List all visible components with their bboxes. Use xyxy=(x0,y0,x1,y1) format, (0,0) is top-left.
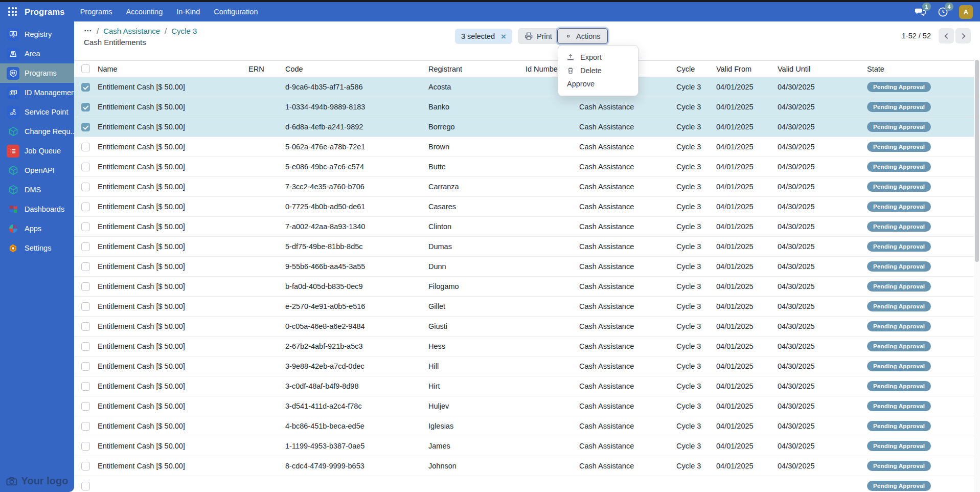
sidebar-item-job-queue[interactable]: Job Queue xyxy=(0,141,74,161)
cell-program: Cash Assistance xyxy=(575,237,672,257)
row-checkbox[interactable] xyxy=(81,382,90,391)
nav-menu-in-kind[interactable]: In-Kind xyxy=(176,8,200,16)
table-row[interactable]: Pending Approval xyxy=(74,476,974,492)
breadcrumb-ellipsis[interactable]: ⋯ xyxy=(84,26,92,35)
sidebar: RegistryAreaProgramsID ManagementService… xyxy=(0,21,74,492)
pager-next-button[interactable] xyxy=(955,28,971,43)
cell-ern xyxy=(244,257,281,277)
row-checkbox[interactable] xyxy=(81,262,90,271)
select-all-checkbox[interactable] xyxy=(81,64,90,73)
row-checkbox[interactable] xyxy=(81,183,90,191)
column-header-registrant[interactable]: Registrant xyxy=(424,61,521,77)
row-checkbox[interactable] xyxy=(81,143,90,151)
row-checkbox[interactable] xyxy=(81,422,90,431)
table-row[interactable]: Entitlement Cash [$ 50.00]5-e086-49bc-a7… xyxy=(74,157,974,177)
row-checkbox[interactable] xyxy=(81,402,90,411)
sidebar-item-openapi[interactable]: OpenAPI xyxy=(0,161,74,180)
nav-menu-configuration[interactable]: Configuration xyxy=(214,8,258,16)
column-header-cycle[interactable]: Cycle xyxy=(672,61,712,77)
user-avatar[interactable]: A xyxy=(959,5,973,19)
activities-icon[interactable]: 4 xyxy=(937,6,949,18)
table-row[interactable]: Entitlement Cash [$ 50.00]0-c05a-46e8-a6… xyxy=(74,317,974,337)
print-button[interactable]: Print xyxy=(518,28,559,44)
sidebar-item-settings[interactable]: Settings xyxy=(0,238,74,258)
row-checkbox[interactable] xyxy=(81,342,90,351)
row-checkbox[interactable] xyxy=(81,83,90,92)
menu-item-export[interactable]: Export xyxy=(558,51,638,64)
table-row[interactable]: Entitlement Cash [$ 50.00]3-9e88-42eb-a7… xyxy=(74,356,974,376)
state-badge: Pending Approval xyxy=(867,82,931,92)
row-checkbox[interactable] xyxy=(81,362,90,371)
breadcrumb-link-cash-assistance[interactable]: Cash Assistance xyxy=(103,27,160,35)
sidebar-item-dms[interactable]: DMS xyxy=(0,180,74,199)
sidebar-logo[interactable]: Your logo xyxy=(0,475,74,487)
row-checkbox[interactable] xyxy=(81,222,90,231)
column-header-state[interactable]: State xyxy=(863,61,974,77)
cell-code: b-fa0d-405d-b835-0ec9 xyxy=(281,277,424,297)
messages-icon[interactable]: 1 xyxy=(914,6,926,18)
column-header-valid_from[interactable]: Valid From xyxy=(712,61,773,77)
cell-state: Pending Approval xyxy=(863,436,974,456)
table-row[interactable]: Entitlement Cash [$ 50.00]1-0334-494b-98… xyxy=(74,97,974,117)
table-row[interactable]: Entitlement Cash [$ 50.00]d-6d8a-4efb-a2… xyxy=(74,117,974,137)
table-row[interactable]: Entitlement Cash [$ 50.00]e-2570-4e91-a0… xyxy=(74,297,974,317)
row-checkbox[interactable] xyxy=(81,322,90,331)
table-row[interactable]: Entitlement Cash [$ 50.00]b-fa0d-405d-b8… xyxy=(74,277,974,297)
row-checkbox[interactable] xyxy=(81,282,90,291)
actions-button[interactable]: Actions xyxy=(557,28,608,44)
cell-cycle: Cycle 3 xyxy=(672,197,712,217)
table-row[interactable]: Entitlement Cash [$ 50.00]5-df75-49be-81… xyxy=(74,237,974,257)
sidebar-item-service-point[interactable]: Service Point xyxy=(0,102,74,122)
select-all-header-cell xyxy=(74,61,94,77)
row-checkbox[interactable] xyxy=(81,302,90,311)
cell-code: 5-062a-476e-a78b-72e1 xyxy=(281,137,424,157)
scrollbar-thumb[interactable] xyxy=(975,60,979,262)
table-row[interactable]: Entitlement Cash [$ 50.00]d-9ca6-4b35-af… xyxy=(74,77,974,97)
table-row[interactable]: Entitlement Cash [$ 50.00]0-7725-4b0b-ad… xyxy=(74,197,974,217)
cell-valid_until: 04/30/2025 xyxy=(773,356,863,376)
table-row[interactable]: Entitlement Cash [$ 50.00]8-cdc4-4749-99… xyxy=(74,456,974,476)
row-checkbox[interactable] xyxy=(81,462,90,471)
column-header-name[interactable]: Name xyxy=(94,61,244,77)
pager-range[interactable]: 1-52 / 52 xyxy=(902,32,931,40)
row-checkbox[interactable] xyxy=(81,123,90,131)
breadcrumb-link-cycle-3[interactable]: Cycle 3 xyxy=(171,27,197,35)
table-row[interactable]: Entitlement Cash [$ 50.00]1-1199-4953-b3… xyxy=(74,436,974,456)
pager-prev-button[interactable] xyxy=(939,28,954,43)
app-name[interactable]: Programs xyxy=(25,7,65,17)
sidebar-item-id-management[interactable]: ID Management xyxy=(0,83,74,102)
column-header-code[interactable]: Code xyxy=(281,61,424,77)
nav-menu-programs[interactable]: Programs xyxy=(80,8,112,16)
table-row[interactable]: Entitlement Cash [$ 50.00]3-c0df-48af-b4… xyxy=(74,376,974,396)
sidebar-item-area[interactable]: Area xyxy=(0,44,74,63)
sidebar-item-change-requ[interactable]: Change Requ... xyxy=(0,122,74,141)
clear-selection-icon[interactable]: × xyxy=(501,32,506,41)
sidebar-item-registry[interactable]: Registry xyxy=(0,25,74,44)
row-checkbox[interactable] xyxy=(81,163,90,171)
menu-item-approve[interactable]: Approve xyxy=(558,77,638,91)
menu-item-delete[interactable]: Delete xyxy=(558,64,638,77)
area-icon xyxy=(7,48,19,60)
table-row[interactable]: Entitlement Cash [$ 50.00]7-a002-42aa-8a… xyxy=(74,217,974,237)
row-checkbox[interactable] xyxy=(81,203,90,211)
table-row[interactable]: Entitlement Cash [$ 50.00]2-67b2-4abf-92… xyxy=(74,337,974,356)
row-checkbox[interactable] xyxy=(81,442,90,451)
sidebar-item-dashboards[interactable]: Dashboards xyxy=(0,199,74,219)
sidebar-item-apps[interactable]: Apps xyxy=(0,219,74,238)
table-row[interactable]: Entitlement Cash [$ 50.00]5-062a-476e-a7… xyxy=(74,137,974,157)
column-header-ern[interactable]: ERN xyxy=(244,61,281,77)
table-row[interactable]: Entitlement Cash [$ 50.00]4-bc86-451b-be… xyxy=(74,416,974,436)
row-checkbox[interactable] xyxy=(81,103,90,111)
row-checkbox[interactable] xyxy=(81,242,90,251)
cell-id_number xyxy=(521,217,575,237)
table-row[interactable]: Entitlement Cash [$ 50.00]7-3cc2-4e35-a7… xyxy=(74,177,974,197)
apps-grid-icon[interactable] xyxy=(8,7,17,16)
cell-ern xyxy=(244,337,281,356)
table-row[interactable]: Entitlement Cash [$ 50.00]3-d541-411d-a2… xyxy=(74,396,974,416)
nav-menu-accounting[interactable]: Accounting xyxy=(126,8,163,16)
sidebar-item-programs[interactable]: Programs xyxy=(0,63,74,83)
row-checkbox[interactable] xyxy=(81,482,90,490)
column-header-valid_until[interactable]: Valid Until xyxy=(773,61,863,77)
table-row[interactable]: Entitlement Cash [$ 50.00]9-55b6-466b-aa… xyxy=(74,257,974,277)
cube-icon xyxy=(7,184,19,196)
